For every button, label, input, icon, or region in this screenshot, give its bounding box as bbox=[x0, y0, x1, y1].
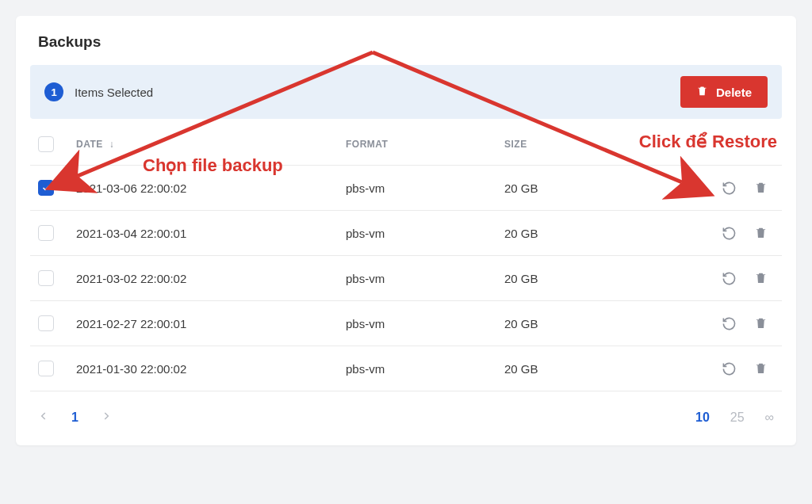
column-header-size[interactable]: SIZE bbox=[504, 139, 631, 150]
column-header-date[interactable]: DATE ↓ bbox=[76, 139, 346, 150]
row-size: 20 GB bbox=[504, 227, 631, 240]
delete-label: Delete bbox=[716, 86, 752, 99]
row-format: pbs-vm bbox=[346, 181, 504, 195]
backups-card: Backups 1 Items Selected Delete DATE ↓ F… bbox=[16, 16, 796, 445]
row-checkbox[interactable] bbox=[38, 315, 54, 331]
pagination: 1 1025∞ bbox=[16, 391, 796, 445]
page-size-option[interactable]: 25 bbox=[730, 410, 745, 425]
row-date: 2021-02-27 22:00:01 bbox=[76, 317, 346, 330]
trash-icon[interactable] bbox=[754, 181, 768, 196]
row-checkbox[interactable] bbox=[38, 270, 54, 286]
row-date: 2021-03-04 22:00:01 bbox=[76, 227, 346, 240]
sort-arrow-down-icon: ↓ bbox=[109, 139, 115, 150]
restore-icon[interactable] bbox=[722, 316, 737, 331]
backup-table: DATE ↓ FORMAT SIZE 2021-03-06 22:00:02 p… bbox=[16, 119, 796, 391]
trash-icon[interactable] bbox=[754, 316, 768, 331]
row-checkbox[interactable] bbox=[38, 361, 54, 376]
page-next-button[interactable] bbox=[101, 410, 112, 425]
trash-icon[interactable] bbox=[754, 271, 768, 286]
row-date: 2021-03-06 22:00:02 bbox=[76, 181, 346, 195]
row-checkbox[interactable] bbox=[38, 225, 54, 241]
row-checkbox[interactable] bbox=[38, 180, 54, 196]
trash-icon[interactable] bbox=[754, 226, 768, 241]
row-date: 2021-03-02 22:00:02 bbox=[76, 272, 346, 285]
selection-bar: 1 Items Selected Delete bbox=[30, 65, 782, 119]
row-date: 2021-01-30 22:00:02 bbox=[76, 362, 346, 376]
page-current[interactable]: 1 bbox=[71, 410, 79, 425]
table-row: 2021-02-27 22:00:01 pbs-vm 20 GB bbox=[30, 301, 782, 346]
page-prev-button[interactable] bbox=[38, 410, 49, 425]
table-row: 2021-01-30 22:00:02 pbs-vm 20 GB bbox=[30, 346, 782, 391]
table-header: DATE ↓ FORMAT SIZE bbox=[30, 119, 782, 166]
card-title: Backups bbox=[16, 16, 796, 65]
restore-icon[interactable] bbox=[722, 181, 737, 196]
column-header-format[interactable]: FORMAT bbox=[346, 139, 504, 150]
selection-left: 1 Items Selected bbox=[44, 82, 153, 101]
delete-button[interactable]: Delete bbox=[680, 76, 768, 108]
row-size: 20 GB bbox=[504, 272, 631, 285]
table-row: 2021-03-04 22:00:01 pbs-vm 20 GB bbox=[30, 211, 782, 256]
row-size: 20 GB bbox=[504, 317, 631, 330]
table-row: 2021-03-02 22:00:02 pbs-vm 20 GB bbox=[30, 256, 782, 301]
select-all-checkbox[interactable] bbox=[38, 136, 54, 152]
page-size-option[interactable]: ∞ bbox=[765, 410, 774, 425]
row-format: pbs-vm bbox=[346, 317, 504, 330]
selected-count-label: Items Selected bbox=[75, 86, 153, 99]
restore-icon[interactable] bbox=[722, 271, 737, 286]
row-format: pbs-vm bbox=[346, 272, 504, 285]
table-row: 2021-03-06 22:00:02 pbs-vm 20 GB bbox=[30, 166, 782, 211]
row-size: 20 GB bbox=[504, 362, 631, 376]
selected-count-badge: 1 bbox=[44, 82, 63, 101]
row-format: pbs-vm bbox=[346, 362, 504, 376]
row-size: 20 GB bbox=[504, 181, 631, 195]
restore-icon[interactable] bbox=[722, 226, 737, 241]
restore-icon[interactable] bbox=[722, 361, 737, 376]
row-format: pbs-vm bbox=[346, 227, 504, 240]
page-size-option[interactable]: 10 bbox=[695, 410, 710, 425]
trash-icon bbox=[696, 85, 708, 99]
trash-icon[interactable] bbox=[754, 361, 768, 376]
